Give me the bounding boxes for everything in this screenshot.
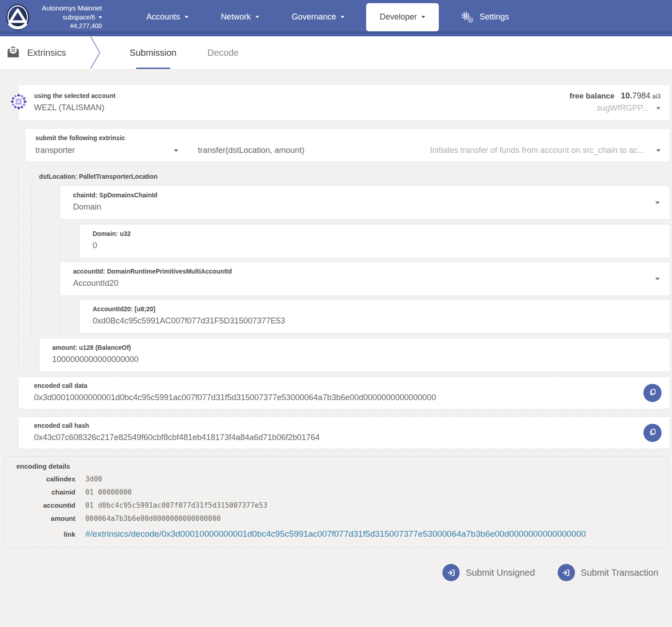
extrinsics-envelope-icon	[6, 45, 20, 60]
chevron-down-icon	[422, 16, 425, 18]
chain-id-value: Domain	[73, 202, 661, 212]
decode-link[interactable]: #/extrinsics/decode/0x3d00010000000001d0…	[85, 529, 586, 539]
amount-label: amount: u128 (BalanceOf)	[52, 344, 661, 351]
network-name: Autonomys Mainnet	[42, 4, 102, 13]
account-selector[interactable]: using the selected account WEZL (TALISMA…	[18, 84, 670, 121]
encoding-details: encoding details callindex 3d00 chainid …	[5, 456, 667, 548]
submit-unsigned-button[interactable]: Submit Unsigned	[442, 564, 535, 581]
sign-in-icon	[558, 564, 575, 581]
encoding-row-amount: amount 000064a7b3b6e00d0000000000000000	[16, 514, 658, 523]
account-identicon	[10, 93, 28, 113]
chevron-down-icon	[656, 149, 661, 152]
chain-name: subspace/6	[63, 13, 95, 22]
encoding-row-callindex: callindex 3d00	[16, 475, 658, 483]
account-id20-label: AccountId20: [u8;20]	[93, 305, 661, 313]
pallet-value: transporter	[35, 146, 170, 155]
app-header: Autonomys Mainnet subspace/6 #4,277,400 …	[0, 0, 672, 36]
amount-value: 1000000000000000000	[52, 355, 661, 364]
encoded-call-hash-row: encoded call hash 0x43c07c608326c217e825…	[18, 416, 670, 449]
dst-location-label: dstLocation: PalletTransporterLocation	[19, 168, 670, 181]
nav-accounts[interactable]: Accounts	[130, 0, 205, 34]
nav-governance[interactable]: Governance	[275, 0, 361, 34]
account-id-children: AccountId20: [u8;20] 0xd0Bc4c95c5991AC00…	[59, 299, 670, 333]
nav-network[interactable]: Network	[205, 0, 275, 34]
account-label: using the selected account	[34, 92, 116, 99]
chevron-down-icon	[655, 201, 660, 204]
network-info[interactable]: Autonomys Mainnet subspace/6 #4,277,400	[42, 4, 102, 30]
chain-id-label: chainId: SpDomainsChainId	[73, 191, 661, 199]
chevron-down-icon	[174, 149, 178, 152]
extrinsic-selector-card: submit the following extrinsic transport…	[25, 128, 670, 162]
call-hash-label: encoded call hash	[34, 422, 633, 429]
block-number: #4,277,400	[70, 22, 102, 30]
nav-developer[interactable]: Developer	[366, 3, 439, 31]
tab-bar: Extrinsics Submission Decode	[0, 36, 672, 69]
nav-settings[interactable]: Settings	[444, 0, 525, 34]
method-value: transfer(dstLocation, amount)	[198, 146, 304, 155]
chevron-down-icon	[98, 16, 102, 19]
copy-icon	[649, 388, 657, 397]
encoding-row-link: link #/extrinsics/decode/0x3d00010000000…	[16, 529, 658, 539]
copy-icon	[649, 428, 657, 437]
chevron-down-icon	[341, 16, 344, 18]
account-id20-value: 0xd0Bc4c95c5991AC007f077d31F5D315007377E…	[93, 316, 661, 326]
account-id20-input[interactable]: AccountId20: [u8;20] 0xd0Bc4c95c5991AC00…	[79, 299, 670, 333]
domain-label: Domain: u32	[93, 230, 661, 237]
domain-input[interactable]: Domain: u32 0	[79, 224, 670, 258]
encoding-details-title: encoding details	[16, 462, 658, 470]
extrinsic-label: submit the following extrinsic	[35, 134, 661, 142]
tab-submission[interactable]: Submission	[129, 36, 177, 69]
amount-input[interactable]: amount: u128 (BalanceOf) 100000000000000…	[39, 338, 670, 372]
chevron-down-icon	[655, 278, 660, 280]
dst-location-children: chainId: SpDomainsChainId Domain Domain:…	[31, 186, 670, 334]
balance-unit: ai3	[652, 93, 661, 100]
action-buttons: Submit Unsigned Submit Transaction	[0, 564, 658, 581]
copy-call-data-button[interactable]	[643, 384, 662, 402]
chain-id-children: Domain: u32 0	[59, 224, 670, 258]
tabs: Submission Decode	[129, 36, 240, 69]
encoding-row-accountid: accountid 01 d0bc4c95c5991ac007f077d31f5…	[16, 501, 658, 509]
gear-icon	[461, 11, 474, 23]
extrinsic-params: dstLocation: PalletTransporterLocation c…	[18, 168, 670, 372]
free-balance-value: 10.7984ai3	[621, 91, 661, 101]
sign-in-icon	[442, 564, 460, 581]
chevron-down-icon	[255, 16, 259, 18]
chevron-down-icon[interactable]	[656, 107, 661, 110]
encoding-row-chainid: chainid 01 00000000	[16, 488, 658, 496]
domain-value: 0	[93, 241, 661, 250]
call-hash-value: 0x43c07c608326c217e82549f60cbf8cbf481eb4…	[34, 433, 633, 442]
chevron-down-icon	[185, 16, 188, 18]
account-address: sugWfRGPP...	[597, 103, 649, 113]
method-description: Initiates transfer of funds from account…	[430, 146, 644, 155]
tab-decode[interactable]: Decode	[206, 36, 240, 69]
submit-transaction-button[interactable]: Submit Transaction	[558, 564, 658, 581]
autonomys-logo-icon[interactable]	[4, 3, 32, 31]
balance-block: free balance 10.7984ai3 sugWfRGPP...	[569, 91, 661, 113]
account-name: WEZL (TALISMAN)	[34, 103, 116, 113]
chain-id-select[interactable]: chainId: SpDomainsChainId Domain	[60, 186, 670, 220]
pallet-select[interactable]: transporter	[35, 146, 178, 155]
call-data-label: encoded call data	[34, 382, 633, 389]
main-content: using the selected account WEZL (TALISMA…	[0, 69, 672, 627]
top-nav: Accounts Network Governance Developer	[130, 0, 525, 34]
account-id-select[interactable]: accountId: DomainRuntimePrimitivesMultiA…	[60, 262, 670, 296]
call-data-value: 0x3d00010000000001d0bc4c95c5991ac007f077…	[34, 393, 633, 402]
section-title: Extrinsics	[27, 48, 66, 58]
breadcrumb-chevron-icon	[90, 36, 101, 69]
account-info: using the selected account WEZL (TALISMA…	[34, 92, 116, 113]
encoded-call-data-row: encoded call data 0x3d00010000000001d0bc…	[18, 377, 670, 409]
method-select[interactable]: transfer(dstLocation, amount) Initiates …	[198, 146, 661, 155]
account-id-value: AccountId20	[73, 279, 661, 288]
free-balance-label: free balance	[569, 92, 614, 101]
account-id-label: accountId: DomainRuntimePrimitivesMultiA…	[73, 268, 661, 275]
copy-call-hash-button[interactable]	[643, 424, 662, 442]
